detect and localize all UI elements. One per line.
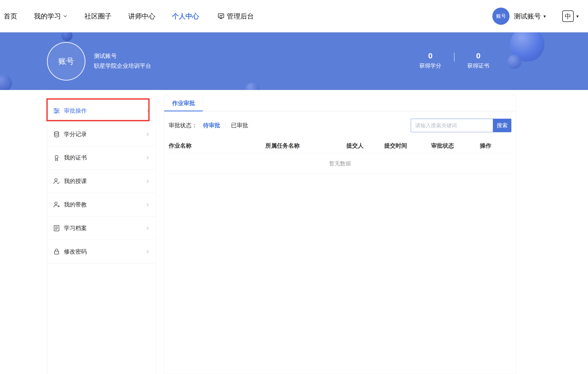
mentoring-user-icon — [53, 201, 60, 208]
sidebar-item-label: 学习档案 — [64, 224, 145, 232]
sidebar-item-change-password[interactable]: 修改密码 — [47, 240, 156, 263]
credits-icon — [53, 131, 60, 138]
filter-separator — [225, 123, 226, 128]
archive-document-icon — [53, 225, 60, 232]
tab-homework-approval[interactable]: 作业审批 — [164, 95, 203, 111]
chevron-right-icon — [145, 226, 150, 231]
top-nav: 首页 我的学习 社区圈子 讲师中心 个人中心 管理后台 账号 测试账号 ▼ 中 … — [0, 0, 588, 32]
nav-item-personal-center[interactable]: 个人中心 — [172, 12, 199, 21]
decorative-sphere — [62, 32, 72, 41]
chevron-right-icon — [145, 108, 150, 113]
decorative-sphere — [245, 82, 259, 90]
sidebar-item-label: 修改密码 — [64, 248, 145, 256]
filter-row: 审批状态： 待审批 已审批 搜索 — [164, 119, 516, 132]
table-header-actions: 操作 — [480, 142, 511, 150]
teaching-user-icon — [53, 178, 60, 185]
avatar[interactable]: 账号 — [492, 8, 510, 25]
table-header-task-name: 所属任务名称 — [265, 142, 346, 150]
nav-item-community[interactable]: 社区圈子 — [84, 12, 112, 21]
stat-certificates-value: 0 — [461, 52, 495, 60]
sidebar-item-label: 我的授课 — [64, 177, 145, 185]
sidebar-item-approval[interactable]: 审批操作 — [47, 99, 156, 123]
approval-table: 作业名称 所属任务名称 提交人 提交时间 审批状态 操作 暂无数据 — [169, 138, 511, 174]
sidebar-item-label: 我的带教 — [64, 201, 145, 209]
decorative-sphere — [507, 55, 521, 69]
table-header-homework-name: 作业名称 — [169, 142, 265, 150]
profile-avatar: 账号 — [47, 42, 85, 81]
sidebar-item-label: 我的证书 — [64, 154, 145, 162]
chevron-right-icon — [145, 249, 150, 254]
table-header-row: 作业名称 所属任务名称 提交人 提交时间 审批状态 操作 — [169, 138, 511, 153]
profile-platform: 职星学院企业培训平台 — [94, 63, 151, 69]
sidebar-item-my-certificates[interactable]: 我的证书 — [47, 146, 156, 170]
profile-banner: 账号 测试账号 职星学院企业培训平台 0 获得学分 0 获得证书 — [0, 32, 588, 90]
table-header-approval-status: 审批状态 — [431, 142, 480, 150]
stat-certificates-label: 获得证书 — [461, 62, 495, 69]
stat-credits-label: 获得学分 — [413, 62, 447, 69]
nav-item-instructor-center[interactable]: 讲师中心 — [128, 12, 155, 21]
nav-item-label: 管理后台 — [227, 12, 254, 21]
main-nav: 首页 我的学习 社区圈子 讲师中心 个人中心 管理后台 — [4, 12, 271, 21]
sidebar-item-label: 审批操作 — [64, 107, 145, 115]
chevron-right-icon — [145, 179, 150, 184]
sliders-icon — [53, 107, 60, 114]
sidebar-item-credit-records[interactable]: 学分记录 — [47, 123, 156, 146]
filter-option-pending[interactable]: 待审批 — [203, 122, 220, 129]
certificate-icon — [53, 154, 60, 161]
sidebar-item-my-mentoring[interactable]: 我的带教 — [47, 193, 156, 216]
sidebar-item-label: 学分记录 — [64, 130, 145, 138]
search-bar: 搜索 — [411, 119, 511, 132]
chevron-down-icon — [61, 14, 68, 19]
profile-username: 测试账号 — [94, 53, 151, 59]
empty-state: 暂无数据 — [169, 153, 511, 174]
username: 测试账号 — [514, 12, 541, 21]
nav-item-home[interactable]: 首页 — [4, 12, 17, 21]
user-menu[interactable]: 测试账号 ▼ — [514, 12, 547, 21]
language-switcher[interactable]: 中 ▼ — [562, 10, 579, 22]
stat-credits: 0 获得学分 — [413, 52, 447, 69]
filter-label: 审批状态： — [169, 122, 197, 129]
table-header-submit-time: 提交时间 — [384, 142, 431, 150]
stat-divider — [454, 53, 455, 62]
chevron-right-icon — [145, 155, 150, 160]
search-button[interactable]: 搜索 — [493, 119, 511, 132]
chevron-right-icon — [145, 202, 150, 207]
stat-certificates: 0 获得证书 — [461, 52, 495, 69]
profile-stats: 0 获得学分 0 获得证书 — [413, 52, 495, 69]
profile-info: 测试账号 职星学院企业培训平台 — [94, 53, 151, 69]
tab-bar: 作业审批 — [164, 95, 516, 111]
caret-down-icon: ▼ — [543, 14, 547, 19]
admin-console-icon — [216, 13, 225, 20]
sidebar: 审批操作 学分记录 我的证书 — [47, 95, 156, 374]
nav-item-label: 我的学习 — [34, 12, 61, 21]
nav-item-admin-console[interactable]: 管理后台 — [216, 12, 254, 21]
lock-icon — [53, 248, 60, 255]
decorative-sphere — [0, 75, 12, 90]
caret-down-icon: ▼ — [575, 14, 579, 19]
stat-credits-value: 0 — [413, 52, 447, 60]
chevron-right-icon — [145, 132, 150, 137]
content-area: 审批操作 学分记录 我的证书 — [47, 95, 516, 374]
sidebar-item-my-teaching[interactable]: 我的授课 — [47, 170, 156, 193]
sidebar-item-learning-archive[interactable]: 学习档案 — [47, 216, 156, 240]
table-header-submitter: 提交人 — [346, 142, 384, 150]
language-box: 中 — [562, 10, 574, 22]
nav-item-my-learning[interactable]: 我的学习 — [34, 12, 68, 21]
search-input[interactable] — [411, 119, 493, 132]
main-panel: 作业审批 审批状态： 待审批 已审批 搜索 作业名称 所属任务名称 提交人 提交… — [164, 95, 516, 374]
nav-right: 账号 测试账号 ▼ 中 ▼ — [492, 8, 579, 25]
filter-option-approved[interactable]: 已审批 — [231, 122, 248, 129]
